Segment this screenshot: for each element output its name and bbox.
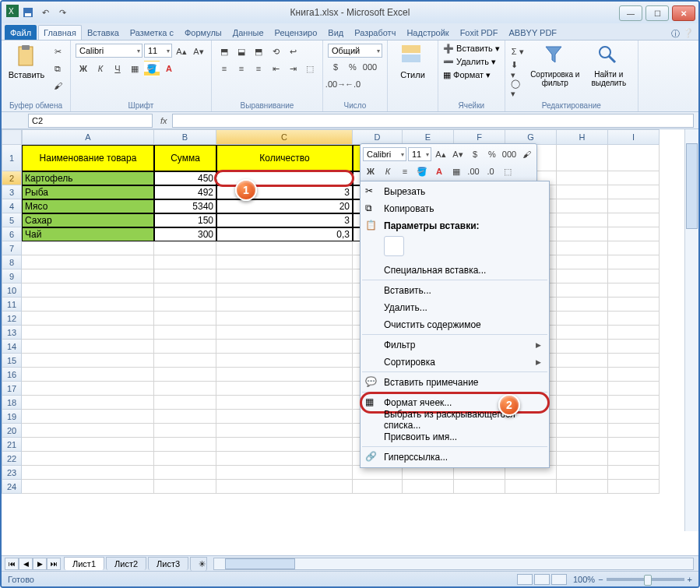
- wrap-text-icon[interactable]: ↩: [285, 44, 301, 59]
- row-header[interactable]: 24: [2, 480, 22, 494]
- col-header-h[interactable]: H: [557, 129, 608, 145]
- select-all-corner[interactable]: [2, 129, 22, 145]
- row-header[interactable]: 2: [2, 171, 22, 185]
- autosum-icon[interactable]: Σ ▾: [510, 44, 526, 59]
- redo-icon[interactable]: ↷: [55, 5, 70, 20]
- sheet-tab-1[interactable]: Лист1: [64, 557, 104, 570]
- sort-filter-button[interactable]: Сортировка и фильтр: [529, 44, 582, 87]
- view-layout-icon[interactable]: [534, 574, 550, 585]
- mini-percent-icon[interactable]: %: [484, 146, 500, 162]
- sheet-tab-3[interactable]: Лист3: [148, 557, 188, 570]
- menu-delete[interactable]: Удалить...: [362, 299, 547, 316]
- tab-developer[interactable]: Разработч: [349, 25, 401, 40]
- sheet-tab-new[interactable]: ✳: [190, 557, 207, 571]
- menu-insert-comment[interactable]: 💬Вставить примечание: [362, 374, 547, 393]
- inc-decimal-icon[interactable]: .00→: [328, 76, 343, 92]
- col-header-b[interactable]: B: [154, 129, 216, 145]
- row-header[interactable]: 15: [2, 354, 22, 368]
- menu-filter[interactable]: Фильтр▶: [362, 336, 547, 354]
- header-sum[interactable]: Сумма: [154, 145, 216, 171]
- col-header-c[interactable]: C: [216, 129, 353, 145]
- vertical-scrollbar[interactable]: [684, 129, 698, 531]
- paste-option-button[interactable]: [384, 236, 404, 256]
- header-name[interactable]: Наименование товара: [22, 145, 154, 171]
- indent-dec-icon[interactable]: ⇤: [268, 61, 283, 76]
- minimize-ribbon-icon[interactable]: ⓘ: [671, 28, 680, 40]
- tab-home[interactable]: Главная: [38, 25, 82, 40]
- align-middle-icon[interactable]: ⬓: [234, 44, 249, 59]
- col-header-f[interactable]: F: [454, 129, 505, 145]
- undo-icon[interactable]: ↶: [37, 5, 53, 20]
- view-pagebreak-icon[interactable]: [551, 574, 567, 585]
- tab-review[interactable]: Рецензиро: [269, 25, 323, 40]
- cells-format-button[interactable]: ▦ Формат ▾: [443, 70, 500, 80]
- menu-define-name[interactable]: Присвоить имя...: [362, 428, 547, 447]
- save-icon[interactable]: [20, 5, 36, 20]
- cut-icon[interactable]: ✂: [50, 44, 65, 59]
- mini-border-icon[interactable]: ▦: [448, 164, 464, 179]
- zoom-out-icon[interactable]: −: [598, 575, 603, 584]
- align-center-icon[interactable]: ≡: [234, 61, 249, 76]
- row-header[interactable]: 10: [2, 283, 22, 298]
- name-box[interactable]: C2: [28, 114, 153, 128]
- worksheet[interactable]: A B C D E F G H I 1 Наименование товара …: [2, 129, 698, 531]
- italic-icon[interactable]: К: [93, 61, 108, 76]
- tab-foxit[interactable]: Foxit PDF: [455, 25, 504, 40]
- mini-merge-icon[interactable]: ⬚: [500, 164, 515, 179]
- mini-inc-dec-icon[interactable]: .00: [466, 164, 481, 179]
- percent-icon[interactable]: %: [345, 59, 361, 75]
- fill-icon[interactable]: ⬇ ▾: [510, 62, 526, 78]
- sheet-nav-last[interactable]: ⏭: [47, 558, 61, 570]
- shrink-font-icon[interactable]: A▾: [191, 44, 206, 59]
- mini-bold-icon[interactable]: Ж: [363, 164, 378, 179]
- orientation-icon[interactable]: ⟲: [268, 44, 283, 59]
- border-icon[interactable]: ▦: [127, 61, 142, 76]
- mini-align-icon[interactable]: ≡: [397, 164, 413, 179]
- menu-copy[interactable]: ⧉Копировать: [362, 200, 547, 217]
- close-button[interactable]: ✕: [672, 5, 695, 21]
- formula-bar[interactable]: [172, 114, 694, 128]
- scroll-thumb[interactable]: [225, 558, 295, 569]
- row-header[interactable]: 16: [2, 368, 22, 382]
- row-header[interactable]: 23: [2, 466, 22, 480]
- mini-toolbar[interactable]: Calibri 11 A▴ A▾ $ % 000 🖌 Ж К ≡ 🪣 A ▦ .…: [360, 143, 537, 184]
- tab-file[interactable]: Файл: [5, 25, 37, 40]
- align-top-icon[interactable]: ⬒: [216, 44, 232, 59]
- maximize-button[interactable]: ☐: [645, 5, 669, 21]
- tab-layout[interactable]: Разметка с: [125, 25, 179, 40]
- currency-icon[interactable]: $: [328, 59, 343, 75]
- mini-painter-icon[interactable]: 🖌: [519, 146, 534, 162]
- indent-inc-icon[interactable]: ⇥: [285, 61, 301, 76]
- menu-hyperlink[interactable]: 🔗Гиперссылка...: [362, 449, 547, 466]
- sheet-nav-next[interactable]: ▶: [33, 558, 47, 570]
- zoom-control[interactable]: 100% − +: [573, 575, 692, 584]
- fill-color-icon[interactable]: 🪣: [144, 61, 160, 76]
- comma-icon[interactable]: 000: [362, 59, 378, 75]
- align-bottom-icon[interactable]: ⬒: [251, 44, 266, 59]
- mini-font-color-icon[interactable]: A: [431, 164, 447, 179]
- row-header[interactable]: 20: [2, 424, 22, 438]
- font-color-icon[interactable]: A: [161, 61, 177, 76]
- header-qty[interactable]: Количество: [216, 145, 353, 171]
- font-combo[interactable]: Calibri: [76, 44, 142, 58]
- align-left-icon[interactable]: ≡: [216, 61, 232, 76]
- row-header[interactable]: 22: [2, 452, 22, 466]
- tab-abbyy[interactable]: ABBYY PDF: [504, 25, 563, 40]
- tab-data[interactable]: Данные: [227, 25, 269, 40]
- row-header[interactable]: 18: [2, 396, 22, 410]
- row-header[interactable]: 21: [2, 438, 22, 452]
- col-header-a[interactable]: A: [22, 129, 154, 145]
- mini-italic-icon[interactable]: К: [380, 164, 396, 179]
- menu-cut[interactable]: ✂Вырезать: [362, 183, 547, 200]
- number-format-combo[interactable]: Общий: [328, 44, 382, 58]
- sheet-nav-first[interactable]: ⏮: [5, 558, 19, 570]
- mini-dec-dec-icon[interactable]: .0: [483, 164, 498, 179]
- horizontal-scrollbar[interactable]: [213, 558, 694, 570]
- dec-decimal-icon[interactable]: ←.0: [345, 76, 361, 92]
- col-header-g[interactable]: G: [505, 129, 557, 145]
- menu-sort[interactable]: Сортировка▶: [362, 354, 547, 372]
- row-header[interactable]: 8: [2, 255, 22, 269]
- mini-fill-icon[interactable]: 🪣: [414, 164, 430, 179]
- bold-icon[interactable]: Ж: [76, 61, 91, 76]
- row-header[interactable]: 12: [2, 312, 22, 326]
